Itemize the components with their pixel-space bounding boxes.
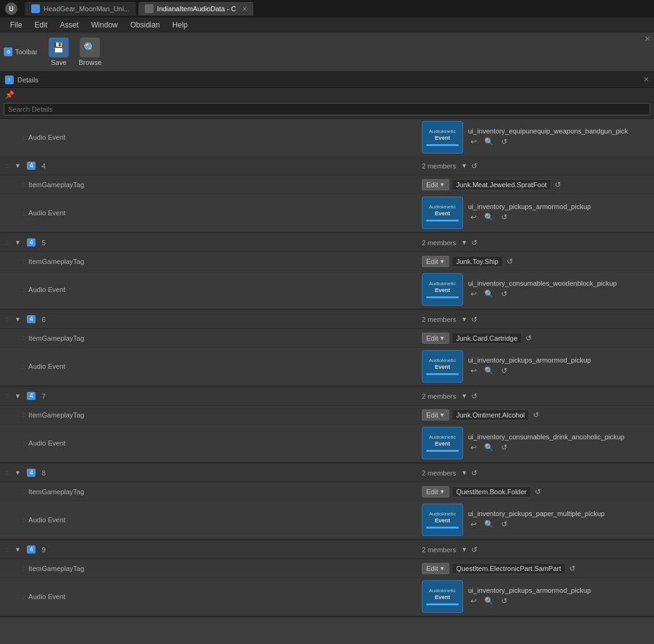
menu-obsidian[interactable]: Obsidian [124,19,166,31]
tag-reset-9[interactable]: ↺ [568,563,577,574]
tab-close-indiana[interactable]: ✕ [242,6,247,12]
audio-reset-btn-4[interactable]: ↺ [499,212,510,223]
audio-card-7: Audiokinetic Event [422,427,463,459]
section-left-7: :: ▼ 4 7 [0,387,418,405]
members-dropdown-7[interactable]: ▼ [461,393,467,399]
audio-event-field-label: Audio Event [29,134,66,141]
browse-icon: 🔍 [80,37,100,57]
drag-handle-audio-7: :: [22,440,26,447]
audio-reset-btn-6[interactable]: ↺ [499,365,510,376]
members-dropdown-5[interactable]: ▼ [461,239,467,246]
audio-back-8[interactable]: ↩ [468,519,479,530]
section-left-5: :: ▼ 4 5 [0,233,418,251]
audio-reset-btn-8[interactable]: ↺ [499,519,510,530]
tab-indiana[interactable]: IndianaItemAudioData - C ✕ [139,2,254,16]
audio-reset-btn-7[interactable]: ↺ [499,442,510,453]
audio-back-6[interactable]: ↩ [468,365,479,376]
browse-button[interactable]: 🔍 Browse [74,35,107,69]
audio-back-4[interactable]: ↩ [468,212,479,223]
menu-help[interactable]: Help [166,19,194,31]
audio-event-label-top: :: Audio Event [0,119,418,156]
menu-window[interactable]: Window [85,19,124,31]
audio-search-7[interactable]: 🔍 [482,442,496,453]
audio-controls-7: ↩ 🔍 ↺ [468,442,625,453]
audio-back-5[interactable]: ↩ [468,288,479,300]
members-label-9: 2 members [422,546,456,554]
members-label-4: 2 members [422,162,456,170]
tag-reset-5[interactable]: ↺ [505,256,514,267]
tag-value-7: Junk.Ointment.Alcohol [452,409,529,421]
drag-handle: :: [22,134,26,141]
menu-asset[interactable]: Asset [54,19,85,31]
members-dropdown-9[interactable]: ▼ [461,546,467,553]
expand-arrow-5[interactable]: ▼ [15,239,21,246]
audio-back-button-top[interactable]: ↩ [468,136,479,147]
drag-handle-audio-6: :: [22,363,26,370]
drag-handle-9: :: [5,546,9,553]
section-badge-5: 4 [27,238,36,246]
tab-headgear[interactable]: HeadGear_MoonMan_Uni... [25,2,136,16]
save-button[interactable]: 💾 Save [44,35,74,69]
audio-search-6[interactable]: 🔍 [482,365,496,376]
audio-controls-top: ↩ 🔍 ↺ [468,136,628,147]
members-dropdown-6[interactable]: ▼ [461,316,467,323]
members-reset-4[interactable]: ↺ [470,160,479,172]
audio-search-button-top[interactable]: 🔍 [482,136,496,147]
title-bar: U HeadGear_MoonMan_Uni... IndianaItemAud… [0,0,654,17]
expand-arrow-9[interactable]: ▼ [15,546,21,553]
tag-reset-7[interactable]: ↺ [532,409,540,421]
audio-reset-button-top[interactable]: ↺ [499,136,510,147]
audio-search-9[interactable]: 🔍 [482,595,496,607]
audio-path-container-5: ui_inventory_consumables_woodenblock_pic… [468,280,617,300]
section-num-9: 9 [42,546,46,554]
tag-edit-button-6[interactable]: Edit ▼ [422,333,449,344]
expand-arrow-6[interactable]: ▼ [15,316,21,323]
menu-file[interactable]: File [4,19,28,31]
audio-reset-btn-5[interactable]: ↺ [499,288,510,300]
tag-reset-6[interactable]: ↺ [524,333,533,344]
tag-reset-8[interactable]: ↺ [534,486,542,497]
menu-edit[interactable]: Edit [28,19,54,31]
members-label-6: 2 members [422,316,456,323]
tag-edit-button-5[interactable]: Edit ▼ [422,256,449,267]
members-dropdown-4[interactable]: ▼ [461,162,467,169]
audio-search-4[interactable]: 🔍 [482,212,496,223]
audio-left-6: :: Audio Event [0,348,418,385]
audio-card-5: Audiokinetic Event [422,273,463,306]
tag-reset-4[interactable]: ↺ [554,179,562,190]
audio-reset-btn-9[interactable]: ↺ [499,595,510,607]
audio-controls-9: ↩ 🔍 ↺ [468,595,591,607]
tag-right-4: Edit ▼ Junk.Meat.Jeweled.SpratFoot ↺ [418,175,654,193]
drag-handle-5: :: [5,239,9,246]
tag-edit-button-8[interactable]: Edit ▼ [422,486,449,497]
toolbar-close-button[interactable]: ✕ [645,35,650,43]
tag-field-label-7: ItemGameplayTag [29,411,84,419]
audio-search-5[interactable]: 🔍 [482,288,496,300]
tab-icon-headgear [31,4,40,13]
audio-search-8[interactable]: 🔍 [482,519,496,530]
tag-edit-button-7[interactable]: Edit ▼ [422,409,449,421]
audio-back-7[interactable]: ↩ [468,442,479,453]
section-group-9: :: ▼ 4 9 2 members ▼ ↺ :: ItemGameplayTa… [0,540,654,617]
section-group-4: :: ▼ 4 4 2 members ▼ ↺ :: ItemGameplayTa… [0,157,654,233]
audio-field-label-5: Audio Event [29,286,66,293]
tag-edit-button-9[interactable]: Edit ▼ [422,563,449,574]
tag-edit-button-4[interactable]: Edit ▼ [422,179,449,190]
expand-arrow-4[interactable]: ▼ [15,162,21,169]
expand-arrow-8[interactable]: ▼ [15,469,21,476]
section-num-5: 5 [42,239,46,246]
members-dropdown-8[interactable]: ▼ [461,469,467,476]
search-input[interactable] [4,103,650,115]
members-reset-9[interactable]: ↺ [470,544,479,555]
members-reset-5[interactable]: ↺ [470,237,479,248]
members-reset-7[interactable]: ↺ [470,391,479,402]
members-reset-8[interactable]: ↺ [470,467,479,479]
audio-back-9[interactable]: ↩ [468,595,479,607]
tag-field-label-6: ItemGameplayTag [29,334,84,342]
details-header: i Details ✕ [0,72,654,88]
audio-path-6: ui_inventory_pickups_armormod_pickup [468,356,591,364]
expand-arrow-7[interactable]: ▼ [15,393,21,399]
audio-event-right-top: Audiokinetic Event ui_inventory_equipune… [418,119,654,156]
details-close-button[interactable]: ✕ [643,76,649,84]
members-reset-6[interactable]: ↺ [470,314,479,325]
